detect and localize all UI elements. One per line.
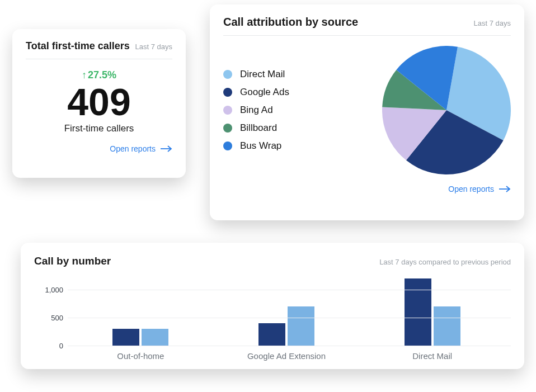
legend-label: Bus Wrap [240,140,281,152]
card-title: Total first-time callers [26,40,130,52]
pie-chart-svg [382,46,511,174]
legend-item: Google Ads [223,87,289,98]
x-tick-label: Direct Mail [359,351,505,361]
legend-label: Bing Ad [240,105,273,116]
legend-label: Billboard [240,122,277,134]
metric-value: 409 [26,82,172,122]
metric-body: ↑27.5% 409 First-time callers [26,69,172,134]
legend-item: Direct Mail [223,69,289,80]
card-header: Call attribution by source Last 7 days [223,16,511,36]
bar [288,306,314,346]
gridline [68,290,511,290]
legend-item: Bing Ad [223,105,289,116]
trend-percent: 27.5% [88,69,116,81]
legend-swatch [223,106,232,115]
open-reports-label: Open reports [448,185,494,193]
gridline [68,318,511,318]
x-tick-label: Out-of-home [68,351,214,361]
legend-swatch [223,124,232,133]
card-call-by-number: Call by number Last 7 days compared to p… [21,243,524,369]
legend-label: Direct Mail [240,69,285,80]
bar-group [405,278,460,346]
arrow-up-icon: ↑ [82,69,87,81]
bar [142,329,168,346]
y-axis: 05001,000 [34,273,67,346]
card-subtitle: Last 7 days [474,19,511,27]
bar-groups [68,273,505,346]
bar-group [112,329,168,346]
bar-chart: 05001,000 [34,273,511,346]
card-title: Call by number [34,255,111,267]
legend-swatch [223,70,232,79]
y-tick-label: 0 [59,342,63,350]
x-tick-label: Google Ad Extension [214,351,360,361]
attribution-body: Direct MailGoogle AdsBing AdBillboardBus… [223,46,511,174]
gridline [68,346,511,346]
y-tick-label: 500 [51,314,63,322]
bar [112,329,139,346]
card-header: Call by number Last 7 days compared to p… [34,255,511,271]
card-header: Total first-time callers Last 7 days [26,40,172,59]
legend-item: Billboard [223,122,289,134]
y-tick-label: 1,000 [45,286,63,294]
trend-indicator: ↑27.5% [26,69,172,81]
card-call-attribution: Call attribution by source Last 7 days D… [210,4,524,220]
legend-swatch [223,88,232,97]
arrow-right-icon [499,186,511,192]
card-title: Call attribution by source [223,16,358,29]
x-axis-labels: Out-of-homeGoogle Ad ExtensionDirect Mai… [34,351,511,361]
bar [258,323,285,346]
open-reports-label: Open reports [110,144,156,153]
card-total-first-time-callers: Total first-time callers Last 7 days ↑27… [12,29,186,178]
pie-legend: Direct MailGoogle AdsBing AdBillboardBus… [223,62,289,158]
card-subtitle: Last 7 days compared to previous period [379,258,511,266]
open-reports-link[interactable]: Open reports [26,144,172,153]
legend-swatch [223,141,232,150]
bar-group [258,306,314,346]
bar [434,306,460,346]
legend-label: Google Ads [240,87,289,98]
bar [405,278,431,346]
open-reports-link[interactable]: Open reports [223,185,511,193]
card-subtitle: Last 7 days [135,42,173,51]
arrow-right-icon [160,145,172,152]
pie-chart [382,46,511,174]
legend-item: Bus Wrap [223,140,289,152]
metric-label: First-time callers [26,123,172,134]
